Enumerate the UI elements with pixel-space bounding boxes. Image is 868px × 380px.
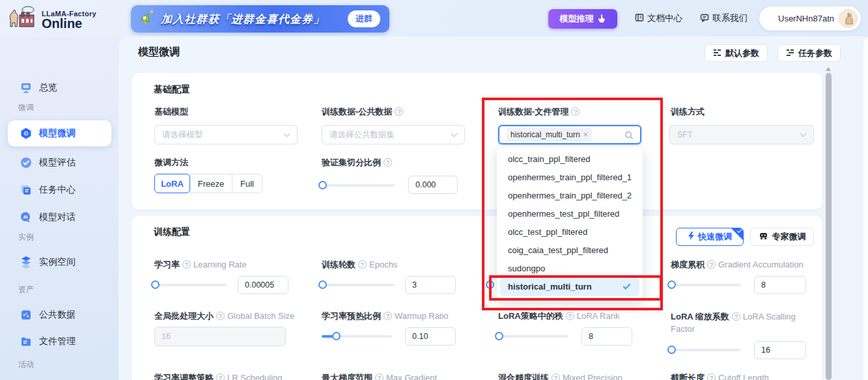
sidebar-item-label: 实例空间: [39, 256, 76, 268]
lora-rank-slider-handle[interactable]: [495, 332, 503, 340]
sidebar-item-overview[interactable]: 总览: [0, 77, 119, 98]
public-data-placeholder: 请选择公共数据集: [329, 129, 395, 141]
help-icon[interactable]: [732, 312, 740, 321]
public-data-select[interactable]: 请选择公共数据集: [322, 125, 465, 144]
lora-scaling-input[interactable]: [754, 341, 806, 359]
community-banner[interactable]: 加入社群获「进群金喜代金券」 进群: [131, 5, 389, 33]
val-split-slider-handle[interactable]: [318, 181, 327, 189]
svg-text:AI: AI: [23, 215, 28, 219]
sidebar-item-label: 模型评估: [39, 157, 76, 169]
sidebar-item-task-center[interactable]: 任务中心: [0, 180, 119, 200]
docs-center-link[interactable]: 文档中心: [635, 12, 682, 24]
gradient-accumulation-input[interactable]: [754, 276, 806, 294]
logo-text-line2: Online: [42, 18, 96, 30]
task-params-button[interactable]: 任务参数: [777, 44, 841, 62]
help-icon[interactable]: [375, 373, 384, 380]
help-icon[interactable]: [216, 373, 225, 380]
expert-finetune-button[interactable]: 专家微调: [750, 228, 814, 246]
help-icon[interactable]: [707, 373, 716, 380]
public-data-icon: [20, 308, 33, 321]
learning-rate-slider-track[interactable]: [154, 284, 227, 286]
vertical-scrollbar[interactable]: [826, 73, 832, 380]
join-group-button[interactable]: 进群: [348, 10, 380, 27]
warmup-ratio-input[interactable]: [405, 327, 456, 346]
warmup-ratio-slider-handle[interactable]: [332, 332, 341, 340]
help-icon[interactable]: [552, 373, 560, 380]
epochs-slider-handle[interactable]: [318, 280, 327, 289]
docs-center-label: 文档中心: [647, 12, 682, 24]
sidebar-section-assets: 资产: [18, 284, 34, 295]
lora-scaling-slider-handle[interactable]: [667, 346, 676, 354]
contact-us-link[interactable]: 联系我们: [700, 12, 748, 24]
params-icon: [786, 48, 794, 59]
app-logo[interactable]: LLaMA-Factory Online: [7, 5, 96, 34]
chevron-down-icon: [451, 131, 458, 137]
mixed-precision-label: 混合精度训练Mixed Precision: [498, 372, 623, 380]
learning-rate-input[interactable]: [238, 276, 288, 294]
default-params-label: 默认参数: [725, 48, 759, 59]
sidebar-nav: 总览 微调 模型微调 模型评估 任务中心 AI 模型对话: [0, 36, 119, 380]
overview-icon: [20, 81, 33, 94]
train-method-label: 训练方式: [671, 106, 705, 118]
freeze-option[interactable]: Freeze: [189, 174, 232, 193]
lora-rank-input[interactable]: [581, 327, 632, 346]
lora-option[interactable]: LoRA: [154, 174, 190, 193]
model-inference-button[interactable]: 模型推理: [548, 9, 617, 29]
sidebar-item-file-manage[interactable]: 文件管理: [0, 331, 119, 352]
sidebar-item-model-finetune[interactable]: 模型微调: [8, 120, 111, 146]
sidebar-item-instance-space[interactable]: 实例空间: [0, 252, 119, 273]
train-method-select: SFT: [669, 125, 814, 144]
sidebar-section-instance: 实例: [18, 232, 34, 243]
help-icon[interactable]: [384, 158, 392, 167]
user-avatar: [839, 9, 858, 28]
val-split-slider-track[interactable]: [322, 184, 395, 187]
help-icon[interactable]: [384, 312, 392, 320]
lora-scaling-slider-track[interactable]: [671, 349, 741, 351]
gradient-accumulation-slider-handle[interactable]: [667, 280, 676, 289]
sidebar-item-model-eval[interactable]: 模型评估: [0, 152, 119, 173]
help-icon[interactable]: [182, 260, 191, 269]
lora-rank-slider-track[interactable]: [498, 335, 568, 338]
document-icon: [635, 13, 644, 24]
task-params-label: 任务参数: [798, 48, 832, 59]
finetune-method-segmented: LoRA Freeze Full: [154, 174, 262, 193]
megaphone-icon: [139, 9, 156, 29]
expert-finetune-label: 专家微调: [772, 231, 806, 243]
help-icon[interactable]: [566, 312, 574, 320]
finetune-method-label: 微调方法: [154, 157, 188, 169]
sidebar-item-public-data[interactable]: 公共数据: [0, 305, 119, 325]
help-icon[interactable]: [358, 260, 367, 269]
learning-rate-slider-handle[interactable]: [151, 280, 160, 289]
contact-us-label: 联系我们: [712, 12, 748, 24]
model-chat-icon: AI: [20, 211, 33, 224]
full-option[interactable]: Full: [232, 174, 262, 193]
help-icon[interactable]: [707, 260, 716, 269]
epochs-label: 训练轮数Epochs: [322, 259, 397, 271]
gradient-accumulation-label: 梯度累积Gradient Accumulation: [671, 259, 804, 271]
help-icon[interactable]: [216, 312, 225, 320]
val-split-input[interactable]: [408, 176, 458, 194]
sidebar-item-model-chat[interactable]: AI 模型对话: [0, 207, 119, 228]
global-batch-size-label: 全局批处理大小Global Batch Size: [154, 310, 294, 322]
sidebar-item-label: 文件管理: [39, 336, 76, 347]
gradient-accumulation-slider-track[interactable]: [671, 284, 741, 286]
help-icon[interactable]: [395, 107, 403, 116]
quick-finetune-button[interactable]: 快速微调: [676, 228, 744, 246]
model-finetune-icon: [20, 127, 33, 140]
lightning-icon: [688, 232, 695, 242]
lr-scheduling-label: 学习率调整策略LR Scheduling: [154, 372, 283, 380]
train-method-value: SFT: [677, 130, 693, 139]
epochs-input[interactable]: [405, 276, 456, 294]
base-model-select[interactable]: 请选择模型: [154, 125, 298, 144]
chevron-down-icon: [800, 131, 807, 137]
sidebar-item-label: 模型微调: [39, 128, 76, 139]
chat-bubble-icon: [700, 13, 709, 24]
default-params-button[interactable]: 默认参数: [705, 44, 768, 62]
scrollbar-up-arrow[interactable]: [826, 67, 831, 71]
page-title: 模型微调: [138, 46, 180, 59]
app-window: LLaMA-Factory Online 加入社群获「进群金喜代金券」 进群 模…: [0, 0, 868, 380]
epochs-slider-track[interactable]: [322, 284, 395, 286]
file-manage-icon: [20, 335, 33, 348]
sidebar-section-finetune: 微调: [18, 102, 34, 113]
user-account-pill[interactable]: UserNHn87atn: [759, 7, 861, 31]
